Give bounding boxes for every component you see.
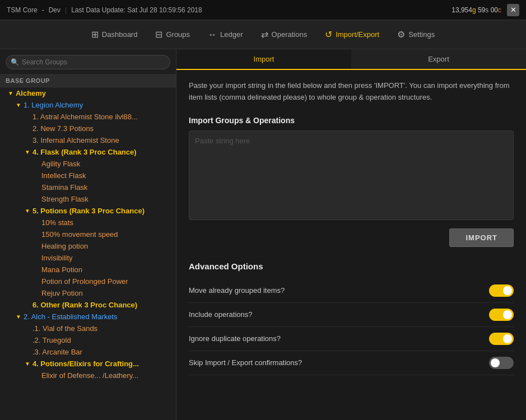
tree-item[interactable]: Intellect Flask: [0, 170, 176, 181]
title-bar: TSM Core - Dev | Last Data Update: Sat J…: [0, 0, 526, 20]
group-header: Base Group: [0, 74, 176, 87]
toggle-label-move-grouped: Move already grouped items?: [189, 286, 285, 295]
tree-item[interactable]: ▼4. Potions/Elixirs for Crafting...: [0, 358, 176, 370]
gold-amount: 13,954: [451, 6, 472, 14]
ledger-icon: ↔: [208, 30, 217, 40]
tab-export[interactable]: Export: [351, 49, 526, 69]
settings-icon: ⚙: [397, 29, 405, 40]
tree-item[interactable]: 3. Infernal Alchemist Stone: [0, 134, 176, 146]
nav-dashboard[interactable]: ⊞ Dashboard: [83, 25, 146, 44]
tree-label: Strength Flask: [41, 195, 89, 203]
tree-item[interactable]: 150% movement speed: [0, 228, 176, 240]
import-button[interactable]: IMPORT: [449, 228, 514, 247]
tree-item[interactable]: Elixir of Defense... /Leathery...: [0, 370, 176, 381]
tree-item[interactable]: Invisibility: [0, 252, 176, 264]
tree-label: 10% stats: [41, 218, 73, 227]
search-input[interactable]: [6, 55, 170, 69]
paste-textarea[interactable]: [189, 130, 514, 220]
close-button[interactable]: ✕: [507, 4, 519, 16]
tree-item[interactable]: ▼Alchemy: [0, 87, 176, 99]
tree-item[interactable]: Healing potion: [0, 240, 176, 252]
env-label: Dev: [49, 6, 60, 14]
tree-label: 4. Potions/Elixirs for Crafting...: [32, 360, 139, 368]
tree-item[interactable]: Potion of Prolonged Power: [0, 276, 176, 287]
app-name: TSM Core: [7, 6, 38, 14]
tree-item[interactable]: Stamina Flask: [0, 181, 176, 193]
toggle-ignore-dupe[interactable]: [489, 333, 514, 345]
right-panel: Import Export Paste your import string i…: [176, 49, 526, 420]
toggle-row-move-grouped: Move already grouped items?: [189, 279, 514, 303]
toggle-skip-confirm[interactable]: [489, 357, 514, 369]
toggle-knob-include-ops: [503, 310, 512, 319]
tree-item[interactable]: ▼5. Potions (Rank 3 Proc Chance): [0, 205, 176, 217]
toggle-row-ignore-dupe: Ignore duplicate operations?: [189, 327, 514, 351]
tree: ▼Alchemy▼1. Legion Alchemy1. Astral Alch…: [0, 87, 176, 420]
tree-label: 2. New 7.3 Potions: [32, 124, 94, 133]
nav-import-export[interactable]: ↺ Import/Export: [317, 25, 387, 44]
tree-item[interactable]: Strength Flask: [0, 193, 176, 205]
tree-label: Stamina Flask: [41, 183, 87, 192]
tree-label: .2. Truegold: [32, 336, 71, 344]
tree-label: Agility Flask: [41, 160, 80, 168]
tree-arrow: ▼: [25, 361, 30, 367]
silver-unit: s: [485, 6, 488, 14]
description-text: Paste your import string in the field be…: [189, 80, 514, 104]
nav-groups[interactable]: ⊟ Groups: [147, 25, 198, 44]
copper-amount: 00: [491, 6, 498, 14]
tree-label: 6. Other (Rank 3 Proc Chance): [32, 301, 137, 309]
separator: |: [65, 6, 67, 14]
gold-display: 13,954g 59s 00c: [451, 6, 501, 14]
tree-arrow: ▼: [25, 149, 30, 155]
tree-item[interactable]: Mana Potion: [0, 264, 176, 276]
toggle-knob-ignore-dupe: [503, 334, 512, 343]
tree-label: Mana Potion: [41, 265, 82, 274]
tree-item[interactable]: ▼1. Legion Alchemy: [0, 99, 176, 111]
nav-operations[interactable]: ⇄ Operations: [253, 25, 315, 44]
title-right: 13,954g 59s 00c ✕: [451, 4, 519, 16]
tree-label: 1. Astral Alchemist Stone ilvl88...: [32, 113, 138, 121]
tree-arrow: ▼: [16, 102, 21, 108]
tree-label: 2. Alch - Established Markets: [24, 312, 118, 321]
tab-import[interactable]: Import: [176, 49, 351, 70]
nav-bar: ⊞ Dashboard ⊟ Groups ↔ Ledger ⇄ Operatio…: [0, 20, 526, 49]
tree-item[interactable]: 10% stats: [0, 217, 176, 228]
tree-item[interactable]: .2. Truegold: [0, 334, 176, 346]
tree-label: Alchemy: [16, 89, 46, 97]
panel-tabs: Import Export: [176, 49, 526, 70]
toggle-include-ops[interactable]: [489, 309, 514, 321]
tree-item[interactable]: Rejuv Potion: [0, 287, 176, 299]
tree-label: .1. Vial of the Sands: [32, 324, 97, 333]
import-section-title: Import Groups & Operations: [189, 116, 514, 125]
tree-arrow: ▼: [8, 90, 13, 96]
sidebar: 🔍 Base Group ▼Alchemy▼1. Legion Alchemy1…: [0, 49, 176, 420]
nav-ledger-label: Ledger: [220, 30, 243, 39]
tree-item[interactable]: 2. New 7.3 Potions: [0, 123, 176, 134]
toggle-knob-move-grouped: [503, 286, 512, 295]
search-bar: 🔍: [0, 49, 176, 74]
import-export-icon: ↺: [325, 29, 332, 40]
tree-item[interactable]: Agility Flask: [0, 158, 176, 170]
tree-item[interactable]: ▼2. Alch - Established Markets: [0, 311, 176, 323]
nav-ledger[interactable]: ↔ Ledger: [200, 25, 250, 44]
toggle-label-skip-confirm: Skip Import / Export confirmations?: [189, 358, 302, 367]
tree-item[interactable]: ▼4. Flask (Rank 3 Proc Chance): [0, 146, 176, 158]
silver-amount: 59: [478, 6, 485, 14]
toggle-move-grouped[interactable]: [489, 284, 514, 297]
nav-dashboard-label: Dashboard: [102, 30, 138, 39]
nav-settings[interactable]: ⚙ Settings: [389, 25, 443, 44]
tree-label: 150% movement speed: [41, 230, 118, 239]
operations-icon: ⇄: [261, 29, 268, 40]
tree-label: Rejuv Potion: [41, 289, 83, 297]
tree-item[interactable]: 6. Other (Rank 3 Proc Chance): [0, 299, 176, 311]
tree-label: .3. Arcanite Bar: [32, 348, 82, 356]
tree-label: Invisibility: [41, 254, 73, 262]
tree-item[interactable]: .3. Arcanite Bar: [0, 346, 176, 358]
nav-operations-label: Operations: [272, 30, 308, 39]
main-layout: 🔍 Base Group ▼Alchemy▼1. Legion Alchemy1…: [0, 49, 526, 420]
toggle-row-skip-confirm: Skip Import / Export confirmations?: [189, 351, 514, 375]
tree-item[interactable]: .1. Vial of the Sands: [0, 323, 176, 334]
dashboard-icon: ⊞: [91, 29, 99, 40]
panel-content: Paste your import string in the field be…: [176, 70, 526, 385]
tree-item[interactable]: 1. Astral Alchemist Stone ilvl88...: [0, 111, 176, 123]
groups-icon: ⊟: [155, 29, 162, 40]
